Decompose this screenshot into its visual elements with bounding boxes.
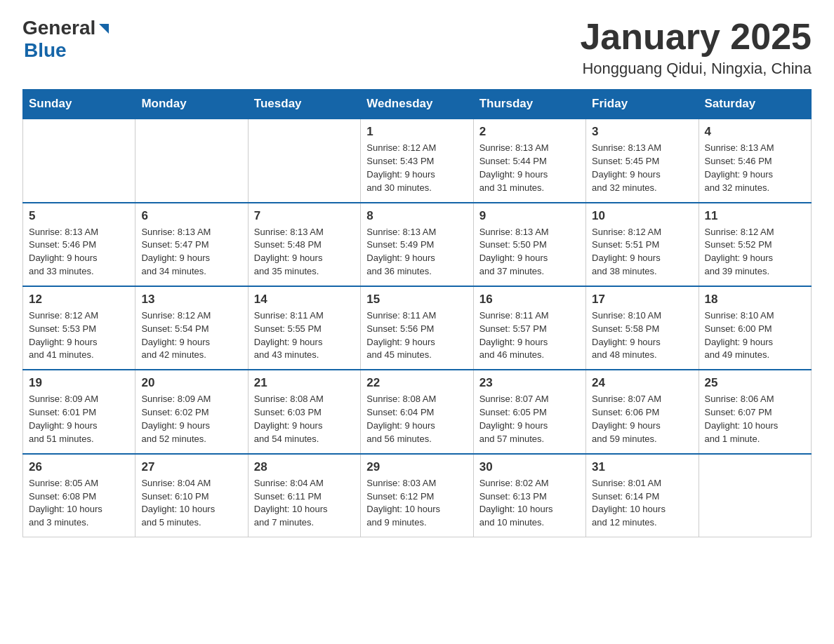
day-number: 1	[366, 125, 467, 139]
day-number: 15	[366, 293, 467, 307]
day-number: 30	[479, 460, 580, 474]
day-cell: 11Sunrise: 8:12 AMSunset: 5:52 PMDayligh…	[699, 203, 811, 286]
day-cell: 7Sunrise: 8:13 AMSunset: 5:48 PMDaylight…	[248, 203, 360, 286]
day-cell: 18Sunrise: 8:10 AMSunset: 6:00 PMDayligh…	[699, 286, 811, 370]
day-info: Sunrise: 8:13 AMSunset: 5:48 PMDaylight:…	[254, 226, 355, 279]
logo-arrow-icon	[96, 21, 112, 36]
day-cell	[248, 119, 360, 202]
day-cell: 8Sunrise: 8:13 AMSunset: 5:49 PMDaylight…	[361, 203, 473, 286]
week-row-4: 19Sunrise: 8:09 AMSunset: 6:01 PMDayligh…	[23, 370, 812, 453]
day-number: 12	[29, 293, 129, 307]
day-info: Sunrise: 8:11 AMSunset: 5:55 PMDaylight:…	[254, 309, 355, 362]
day-number: 27	[141, 460, 241, 474]
week-row-1: 1Sunrise: 8:12 AMSunset: 5:43 PMDaylight…	[23, 119, 812, 202]
day-cell: 29Sunrise: 8:03 AMSunset: 6:12 PMDayligh…	[361, 454, 473, 537]
day-info: Sunrise: 8:13 AMSunset: 5:46 PMDaylight:…	[29, 226, 129, 279]
day-cell: 3Sunrise: 8:13 AMSunset: 5:45 PMDaylight…	[586, 119, 699, 202]
day-number: 10	[592, 209, 692, 223]
day-info: Sunrise: 8:05 AMSunset: 6:08 PMDaylight:…	[29, 477, 129, 530]
day-number: 24	[592, 376, 692, 390]
day-info: Sunrise: 8:10 AMSunset: 5:58 PMDaylight:…	[592, 309, 692, 362]
header-cell-monday: Monday	[135, 90, 248, 119]
header-cell-sunday: Sunday	[23, 90, 135, 119]
day-number: 11	[705, 209, 805, 223]
day-info: Sunrise: 8:07 AMSunset: 6:05 PMDaylight:…	[479, 393, 580, 445]
day-cell: 17Sunrise: 8:10 AMSunset: 5:58 PMDayligh…	[586, 286, 699, 370]
day-cell: 19Sunrise: 8:09 AMSunset: 6:01 PMDayligh…	[23, 370, 135, 453]
logo: General Blue	[22, 17, 112, 62]
day-info: Sunrise: 8:12 AMSunset: 5:52 PMDaylight:…	[705, 226, 805, 279]
day-info: Sunrise: 8:02 AMSunset: 6:13 PMDaylight:…	[479, 477, 580, 530]
day-number: 22	[366, 376, 467, 390]
day-number: 25	[705, 376, 805, 390]
day-cell: 21Sunrise: 8:08 AMSunset: 6:03 PMDayligh…	[248, 370, 360, 453]
day-number: 21	[254, 376, 355, 390]
day-number: 5	[29, 209, 129, 223]
day-info: Sunrise: 8:12 AMSunset: 5:51 PMDaylight:…	[592, 226, 692, 279]
day-info: Sunrise: 8:13 AMSunset: 5:46 PMDaylight:…	[705, 142, 805, 194]
day-cell: 13Sunrise: 8:12 AMSunset: 5:54 PMDayligh…	[135, 286, 248, 370]
day-cell: 16Sunrise: 8:11 AMSunset: 5:57 PMDayligh…	[473, 286, 585, 370]
day-cell: 27Sunrise: 8:04 AMSunset: 6:10 PMDayligh…	[135, 454, 248, 537]
day-info: Sunrise: 8:07 AMSunset: 6:06 PMDaylight:…	[592, 393, 692, 445]
week-row-3: 12Sunrise: 8:12 AMSunset: 5:53 PMDayligh…	[23, 286, 812, 370]
header-cell-wednesday: Wednesday	[361, 90, 473, 119]
day-number: 17	[592, 293, 692, 307]
day-number: 3	[592, 125, 692, 139]
day-cell: 6Sunrise: 8:13 AMSunset: 5:47 PMDaylight…	[135, 203, 248, 286]
day-number: 7	[254, 209, 355, 223]
day-info: Sunrise: 8:13 AMSunset: 5:44 PMDaylight:…	[479, 142, 580, 194]
page-title: January 2025	[580, 17, 812, 57]
day-info: Sunrise: 8:13 AMSunset: 5:45 PMDaylight:…	[592, 142, 692, 194]
day-number: 9	[479, 209, 580, 223]
day-info: Sunrise: 8:04 AMSunset: 6:10 PMDaylight:…	[141, 477, 241, 530]
day-cell: 2Sunrise: 8:13 AMSunset: 5:44 PMDaylight…	[473, 119, 585, 202]
day-info: Sunrise: 8:10 AMSunset: 6:00 PMDaylight:…	[705, 309, 805, 362]
day-number: 23	[479, 376, 580, 390]
logo-general-text: General	[22, 17, 95, 39]
day-cell: 24Sunrise: 8:07 AMSunset: 6:06 PMDayligh…	[586, 370, 699, 453]
day-cell: 15Sunrise: 8:11 AMSunset: 5:56 PMDayligh…	[361, 286, 473, 370]
calendar-body: 1Sunrise: 8:12 AMSunset: 5:43 PMDaylight…	[23, 119, 812, 537]
page-subtitle: Hongguang Qidui, Ningxia, China	[580, 60, 812, 78]
day-info: Sunrise: 8:08 AMSunset: 6:03 PMDaylight:…	[254, 393, 355, 445]
day-cell: 20Sunrise: 8:09 AMSunset: 6:02 PMDayligh…	[135, 370, 248, 453]
day-info: Sunrise: 8:01 AMSunset: 6:14 PMDaylight:…	[592, 477, 692, 530]
day-number: 16	[479, 293, 580, 307]
day-cell: 9Sunrise: 8:13 AMSunset: 5:50 PMDaylight…	[473, 203, 585, 286]
day-cell	[699, 454, 811, 537]
day-info: Sunrise: 8:11 AMSunset: 5:56 PMDaylight:…	[366, 309, 467, 362]
day-number: 14	[254, 293, 355, 307]
day-number: 29	[366, 460, 467, 474]
logo-blue-text: Blue	[24, 39, 67, 61]
week-row-5: 26Sunrise: 8:05 AMSunset: 6:08 PMDayligh…	[23, 454, 812, 537]
day-info: Sunrise: 8:08 AMSunset: 6:04 PMDaylight:…	[366, 393, 467, 445]
title-area: January 2025 Hongguang Qidui, Ningxia, C…	[580, 17, 812, 78]
header-row: SundayMondayTuesdayWednesdayThursdayFrid…	[23, 90, 812, 119]
header-cell-saturday: Saturday	[699, 90, 811, 119]
day-cell: 28Sunrise: 8:04 AMSunset: 6:11 PMDayligh…	[248, 454, 360, 537]
day-info: Sunrise: 8:12 AMSunset: 5:53 PMDaylight:…	[29, 309, 129, 362]
day-number: 19	[29, 376, 129, 390]
day-info: Sunrise: 8:04 AMSunset: 6:11 PMDaylight:…	[254, 477, 355, 530]
day-cell	[23, 119, 135, 202]
day-cell: 31Sunrise: 8:01 AMSunset: 6:14 PMDayligh…	[586, 454, 699, 537]
day-number: 2	[479, 125, 580, 139]
day-number: 28	[254, 460, 355, 474]
day-info: Sunrise: 8:06 AMSunset: 6:07 PMDaylight:…	[705, 393, 805, 445]
header-cell-friday: Friday	[586, 90, 699, 119]
day-number: 26	[29, 460, 129, 474]
day-cell: 30Sunrise: 8:02 AMSunset: 6:13 PMDayligh…	[473, 454, 585, 537]
day-info: Sunrise: 8:12 AMSunset: 5:43 PMDaylight:…	[366, 142, 467, 194]
day-cell: 26Sunrise: 8:05 AMSunset: 6:08 PMDayligh…	[23, 454, 135, 537]
day-cell: 4Sunrise: 8:13 AMSunset: 5:46 PMDaylight…	[699, 119, 811, 202]
day-cell	[135, 119, 248, 202]
day-info: Sunrise: 8:09 AMSunset: 6:02 PMDaylight:…	[141, 393, 241, 445]
day-cell: 23Sunrise: 8:07 AMSunset: 6:05 PMDayligh…	[473, 370, 585, 453]
calendar-table: SundayMondayTuesdayWednesdayThursdayFrid…	[22, 89, 812, 537]
page-header: General Blue January 2025 Hongguang Qidu…	[22, 17, 812, 78]
day-info: Sunrise: 8:13 AMSunset: 5:49 PMDaylight:…	[366, 226, 467, 279]
day-info: Sunrise: 8:12 AMSunset: 5:54 PMDaylight:…	[141, 309, 241, 362]
day-number: 20	[141, 376, 241, 390]
day-info: Sunrise: 8:13 AMSunset: 5:50 PMDaylight:…	[479, 226, 580, 279]
